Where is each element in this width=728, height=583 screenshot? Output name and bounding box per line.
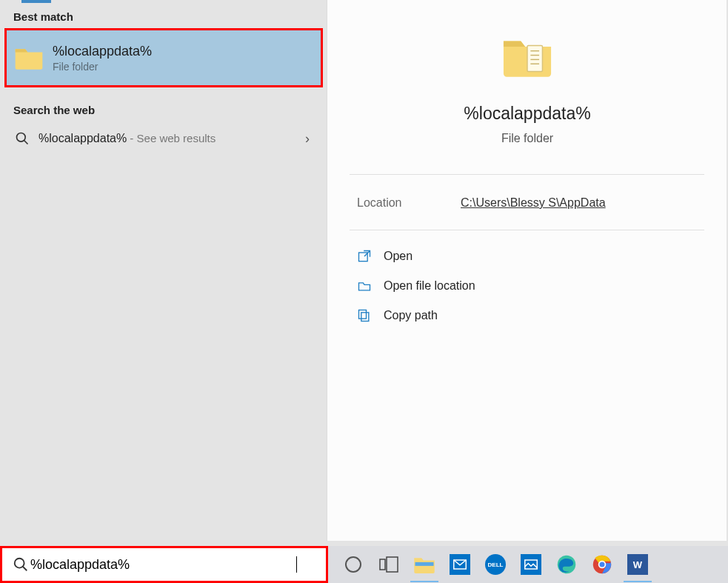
svg-rect-12 — [380, 559, 385, 570]
word-icon: W — [627, 554, 648, 575]
word-button[interactable]: W — [621, 547, 655, 582]
dell-icon: DELL — [485, 554, 506, 575]
svg-rect-14 — [415, 562, 434, 566]
web-result-title: %localappdata% — [39, 132, 127, 144]
edge-icon — [556, 554, 577, 575]
svg-rect-2 — [527, 45, 542, 71]
search-icon — [13, 556, 29, 573]
open-location-label: Open file location — [384, 279, 475, 293]
divider — [350, 174, 704, 175]
location-label: Location — [357, 196, 402, 210]
open-action[interactable]: Open — [357, 241, 712, 271]
svg-point-20 — [600, 562, 605, 567]
file-explorer-button[interactable] — [407, 547, 441, 582]
web-result-hint: - See web results — [127, 132, 216, 144]
active-tab-indicator — [21, 0, 51, 3]
task-view-button[interactable] — [372, 547, 406, 582]
svg-rect-13 — [387, 557, 398, 572]
svg-line-1 — [24, 141, 28, 144]
svg-rect-9 — [359, 310, 367, 319]
copy-path-action[interactable]: Copy path — [357, 301, 712, 330]
taskbar-search-box[interactable] — [0, 546, 328, 583]
copy-path-label: Copy path — [384, 309, 438, 322]
mail-button[interactable] — [443, 547, 477, 582]
open-location-icon — [357, 279, 372, 293]
text-caret — [296, 556, 297, 573]
open-icon — [357, 249, 372, 264]
mail-icon — [450, 554, 470, 575]
svg-point-10 — [15, 559, 24, 568]
preview-pane: %localappdata% File folder Location C:\U… — [327, 0, 727, 541]
chevron-right-icon: › — [305, 131, 310, 147]
best-match-subtitle: File folder — [53, 61, 152, 73]
preview-title: %localappdata% — [327, 104, 727, 124]
cortana-button[interactable] — [336, 547, 370, 582]
best-match-title: %localappdata% — [53, 44, 152, 59]
open-location-action[interactable]: Open file location — [357, 271, 712, 301]
task-view-icon — [379, 556, 398, 573]
open-label: Open — [384, 250, 413, 263]
folder-large-icon — [501, 33, 553, 79]
photos-button[interactable] — [514, 547, 548, 582]
folder-icon — [14, 44, 44, 71]
taskbar: DELL W — [0, 546, 728, 583]
search-results-pane: Best match %localappdata% File folder Se… — [0, 0, 327, 541]
taskbar-icons: DELL W — [336, 546, 655, 583]
svg-rect-8 — [361, 313, 369, 322]
file-explorer-icon — [413, 555, 435, 574]
divider — [350, 230, 704, 230]
web-result[interactable]: %localappdata% - See web results › — [4, 122, 323, 155]
search-input[interactable] — [29, 556, 295, 573]
best-match-text: %localappdata% File folder — [53, 44, 152, 73]
web-result-text: %localappdata% - See web results — [39, 132, 216, 145]
preview-subtitle: File folder — [327, 132, 727, 145]
edge-button[interactable] — [550, 547, 584, 582]
svg-line-11 — [23, 567, 27, 571]
photos-icon — [521, 554, 541, 575]
cortana-icon — [345, 556, 361, 573]
dell-button[interactable]: DELL — [478, 547, 512, 582]
search-icon — [15, 131, 30, 146]
chrome-button[interactable] — [585, 547, 619, 582]
best-match-header: Best match — [13, 10, 73, 23]
search-web-header: Search the web — [13, 104, 95, 116]
location-path-link[interactable]: C:\Users\Blessy S\AppData — [461, 196, 606, 210]
chrome-icon — [592, 554, 612, 575]
copy-icon — [357, 308, 372, 323]
svg-point-0 — [17, 133, 26, 142]
best-match-result[interactable]: %localappdata% File folder — [4, 28, 323, 87]
